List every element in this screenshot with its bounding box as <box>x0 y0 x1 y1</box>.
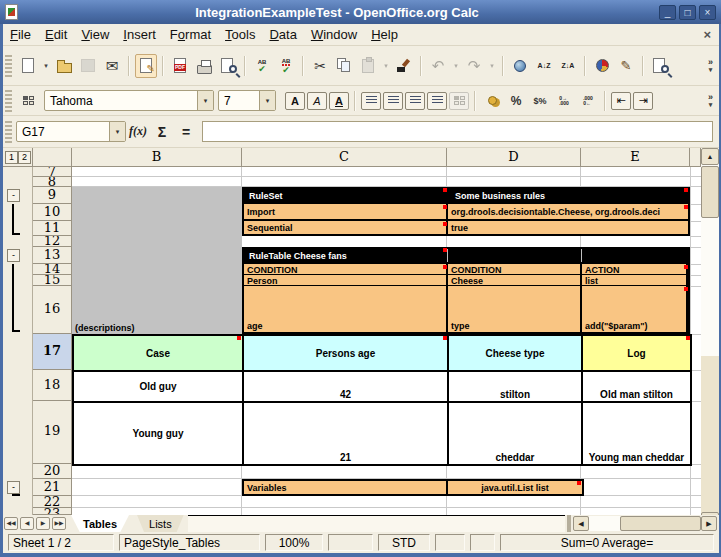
cell-D10[interactable]: org.drools.decisiontable.Cheese, org.dro… <box>448 204 688 219</box>
cell-E19[interactable]: Young man cheddar <box>581 401 692 466</box>
row-header-12[interactable]: 12 <box>33 236 72 247</box>
cell-D11[interactable]: true <box>448 221 688 234</box>
menu-data[interactable]: Data <box>262 25 303 44</box>
row-header-10[interactable]: 10 <box>33 204 72 221</box>
cell-D18[interactable]: stilton <box>447 370 583 403</box>
cell-E17-log[interactable]: Log <box>581 334 692 372</box>
toolbar-overflow-button[interactable]: »▾ <box>708 59 713 73</box>
underline-button[interactable]: A <box>329 92 349 110</box>
cell-C16[interactable]: age <box>244 286 446 332</box>
scroll-right-button[interactable]: ▶ <box>701 516 717 531</box>
toolbar-handle[interactable] <box>5 55 12 77</box>
outline-collapse-group3-button[interactable]: - <box>7 481 20 494</box>
row-header-15[interactable]: 15 <box>33 275 72 286</box>
function-wizard-button[interactable]: f(x) <box>126 121 150 143</box>
cell-C17-persons-age[interactable]: Persons age <box>242 334 449 372</box>
align-left-button[interactable] <box>361 92 381 110</box>
align-center-button[interactable] <box>383 92 403 110</box>
add-decimal-button[interactable]: 0→ .000 <box>553 89 575 113</box>
vertical-scroll-thumb[interactable] <box>701 166 719 218</box>
column-header-E[interactable]: E <box>581 148 690 167</box>
menu-help[interactable]: Help <box>364 25 405 44</box>
status-selection-mode[interactable]: STD <box>378 534 430 551</box>
redo-button[interactable]: ↷ <box>463 54 485 78</box>
cell-E15[interactable]: list <box>582 275 686 285</box>
function-button[interactable]: = <box>174 121 198 143</box>
decrease-indent-button[interactable]: ⇤ <box>611 92 631 110</box>
row-header-20[interactable]: 20 <box>33 464 72 479</box>
cell-C13-ruletable[interactable]: RuleTable Cheese fans <box>246 247 546 264</box>
row-header-14[interactable]: 14 <box>33 264 72 275</box>
row-header-17-selected[interactable]: 17 <box>33 334 72 370</box>
cell-B19[interactable]: Young guy <box>72 401 244 466</box>
outline-collapse-group2-button[interactable]: - <box>7 249 20 262</box>
send-email-button[interactable]: ✉ <box>101 54 123 78</box>
open-button[interactable] <box>53 54 75 78</box>
cell-D16[interactable]: type <box>448 286 580 332</box>
cell-E18[interactable]: Old man stilton <box>581 370 692 403</box>
cell-E16[interactable]: add("$param") <box>582 286 686 332</box>
show-draw-functions-button[interactable]: ✎ <box>615 54 637 78</box>
merge-cells-button[interactable] <box>449 92 469 110</box>
status-zoom[interactable]: 100% <box>265 534 323 551</box>
status-insert-mode[interactable] <box>328 534 373 551</box>
scrollbar-splitter[interactable] <box>567 515 571 532</box>
chevron-down-icon[interactable]: ▾ <box>197 91 213 110</box>
row-header-8[interactable]: 8 <box>33 177 72 187</box>
row-header-9[interactable]: 9 <box>33 187 72 204</box>
scroll-trough[interactable] <box>589 516 620 531</box>
align-right-button[interactable] <box>405 92 425 110</box>
cell-B18[interactable]: Old guy <box>72 370 244 403</box>
zoom-button[interactable] <box>649 54 671 78</box>
cell-C10[interactable]: Import <box>244 204 446 219</box>
toolbar-handle[interactable] <box>5 121 12 143</box>
status-page-style[interactable]: PageStyle_Tables <box>119 534 260 551</box>
previous-sheet-button[interactable]: ◀ <box>20 517 34 530</box>
cell-E14[interactable]: ACTION <box>582 264 686 274</box>
outline-collapse-group1-button[interactable]: - <box>7 189 20 202</box>
format-paintbrush-button[interactable] <box>393 54 415 78</box>
document-close-icon[interactable]: × <box>703 27 711 42</box>
cell-D9-note-header[interactable]: Some business rules <box>452 187 682 204</box>
chevron-down-icon[interactable]: ▾ <box>109 122 125 141</box>
sheet-tab-tables[interactable]: Tables <box>67 515 133 532</box>
sheet-tab-lists[interactable]: Lists <box>133 515 188 532</box>
increase-indent-button[interactable]: ⇥ <box>633 92 653 110</box>
menu-window[interactable]: Window <box>304 25 364 44</box>
row-header-7[interactable]: 7 <box>33 167 72 177</box>
toolbar-handle[interactable] <box>5 90 12 112</box>
paste-button[interactable] <box>357 54 379 78</box>
undo-dropdown[interactable]: ▾ <box>451 54 461 78</box>
new-document-button[interactable] <box>17 54 39 78</box>
row-header-23[interactable]: 23 <box>33 508 72 515</box>
cell-D17-cheese-type[interactable]: Cheese type <box>447 334 583 372</box>
formula-input[interactable] <box>202 121 713 142</box>
next-sheet-button[interactable]: ▶ <box>36 517 50 530</box>
horizontal-scroll-thumb[interactable] <box>620 516 701 531</box>
column-header-B[interactable]: B <box>72 148 242 167</box>
name-box[interactable]: G17 ▾ <box>16 121 126 142</box>
print-button[interactable] <box>193 54 215 78</box>
bold-button[interactable]: A <box>285 92 305 110</box>
outline-level-2-button[interactable]: 2 <box>18 151 31 164</box>
toolbar-overflow-button[interactable]: »▾ <box>708 94 713 108</box>
page-preview-button[interactable] <box>217 54 239 78</box>
new-document-dropdown[interactable]: ▾ <box>41 54 51 78</box>
maximize-button[interactable]: □ <box>679 5 696 20</box>
row-header-18[interactable]: 18 <box>33 370 72 401</box>
cell-B16-descriptions[interactable]: (descriptions) <box>72 286 242 334</box>
outline-level-1-button[interactable]: 1 <box>5 151 18 164</box>
scroll-trough[interactable] <box>701 356 719 515</box>
horizontal-scrollbar[interactable]: ◀ ▶ <box>573 515 719 532</box>
row-header-11[interactable]: 11 <box>33 221 72 236</box>
cell-D19[interactable]: cheddar <box>447 401 583 466</box>
last-sheet-button[interactable]: ▶▶ <box>52 517 66 530</box>
paste-dropdown[interactable]: ▾ <box>381 54 391 78</box>
column-header-D[interactable]: D <box>447 148 581 167</box>
undo-button[interactable]: ↶ <box>427 54 449 78</box>
sum-button[interactable]: Σ <box>150 121 174 143</box>
cell-D14[interactable]: CONDITION <box>448 264 580 274</box>
number-format-percent-button[interactable]: % <box>505 89 527 113</box>
cut-button[interactable]: ✂ <box>309 54 331 78</box>
column-header-partial[interactable] <box>690 148 701 167</box>
